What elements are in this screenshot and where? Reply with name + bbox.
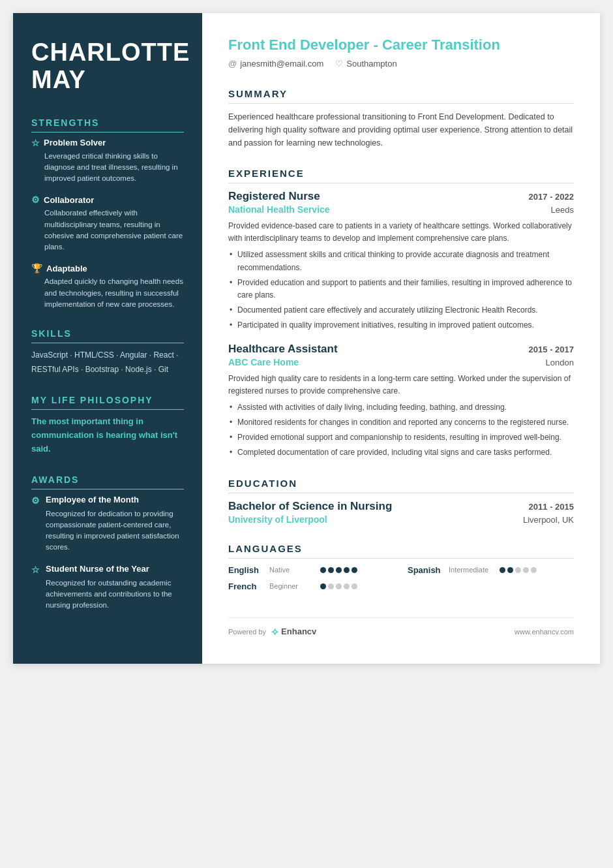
star-icon: ☆ [31,138,40,148]
job-1-org: National Health Service [228,204,330,215]
strength-3-desc: Adapted quickly to changing health needs… [31,276,184,310]
award-2-title: Student Nurse of the Year [46,564,149,574]
lang-english-dots [320,567,357,573]
strength-item-1: ☆ Problem Solver Leveraged critical thin… [31,138,184,185]
job-2-dates: 2015 - 2017 [529,345,574,354]
award-1-title: Employee of the Month [46,495,139,504]
lang-spanish: Spanish Intermediate [408,565,574,575]
candidate-name: CHARLOTTE MAY [31,39,184,94]
award-2-icon: ☆ [31,565,42,575]
brand-logo: ⟡ Enhancv [271,626,316,638]
dot [336,567,342,573]
award-1-desc: Recognized for dedication to providing c… [31,508,184,553]
collaborator-icon: ⚙ [31,194,40,205]
powered-by-text: Powered by [228,628,266,636]
job-1: Registered Nurse 2017 - 2022 National He… [228,190,574,332]
bullet-item: Provided emotional support and companion… [228,431,574,444]
footer-left: Powered by ⟡ Enhancv [228,626,316,638]
location-icon: ♡ [335,59,343,69]
skills-text: JavaScript · HTML/CSS · Angular · React … [31,349,184,377]
lang-spanish-name: Spanish [408,565,443,575]
lang-french-name: French [228,581,264,591]
education-section: EDUCATION Bachelor of Science in Nursing… [228,478,574,525]
languages-grid: English Native Spanish Intermediate [228,565,574,591]
strength-1-desc: Leveraged critical thinking skills to di… [31,151,184,185]
edu-1-org: University of Liverpool [228,514,327,525]
bullet-item: Utilized assessment skills and critical … [228,249,574,273]
email-contact: @ janesmith@email.com [228,59,323,69]
email-value: janesmith@email.com [240,59,323,69]
job-2-desc: Provided high quality care to residents … [228,373,574,397]
languages-section: LANGUAGES English Native Spanis [228,543,574,591]
summary-section: SUMMARY Experienced healthcare professio… [228,88,574,149]
lang-french-level: Beginner [269,582,315,590]
philosophy-section: MY LIFE PHILOSOPHY The most important th… [31,395,184,456]
award-item-1: ⚙ Employee of the Month Recognized for d… [31,495,184,553]
skills-title: SKILLS [31,328,184,343]
award-2-desc: Recognized for outstanding academic achi… [31,578,184,612]
strength-item-3: 🏆 Adaptable Adapted quickly to changing … [31,263,184,310]
lang-english-name: English [228,565,264,575]
dot [351,583,357,589]
languages-title: LANGUAGES [228,543,574,559]
dot [531,567,537,573]
main-title: Front End Developer - Career Transition [228,37,574,54]
footer-website: www.enhancv.com [515,628,574,636]
sidebar: CHARLOTTE MAY STRENGTHS ☆ Problem Solver… [13,13,202,664]
job-2-org: ABC Care Home [228,357,299,367]
bullet-item: Assisted with activities of daily living… [228,401,574,414]
dot [336,583,342,589]
education-title: EDUCATION [228,478,574,493]
experience-title: EXPERIENCE [228,168,574,183]
lang-english: English Native [228,565,395,575]
experience-section: EXPERIENCE Registered Nurse 2017 - 2022 … [228,168,574,459]
dot [507,567,513,573]
bullet-item: Provided education and support to patien… [228,277,574,302]
edu-1-dates: 2011 - 2015 [529,502,574,512]
dot [351,567,357,573]
dot [500,567,505,573]
resume-container: CHARLOTTE MAY STRENGTHS ☆ Problem Solver… [13,13,600,664]
job-1-dates: 2017 - 2022 [529,192,574,202]
lang-french: French Beginner [228,581,395,591]
bullet-item: Monitored residents for changes in condi… [228,416,574,429]
summary-title: SUMMARY [228,88,574,104]
email-icon: @ [228,59,237,69]
job-2-location: London [546,358,574,367]
edu-1-degree: Bachelor of Science in Nursing [228,500,392,513]
trophy-icon: 🏆 [31,263,42,273]
strength-item-2: ⚙ Collaborator Collaborated effectively … [31,194,184,253]
strength-3-title: Adaptable [46,264,87,273]
location-contact: ♡ Southampton [335,59,396,69]
lang-spanish-dots [500,567,537,573]
dot [328,567,334,573]
job-2: Healthcare Assistant 2015 - 2017 ABC Car… [228,343,574,459]
dot [328,583,334,589]
awards-title: AWARDS [31,474,184,489]
edu-1: Bachelor of Science in Nursing 2011 - 20… [228,500,574,525]
lang-french-dots [320,583,357,589]
dot [344,583,350,589]
enhancv-icon: ⟡ [271,626,278,638]
dot [344,567,350,573]
philosophy-title: MY LIFE PHILOSOPHY [31,395,184,410]
award-1-icon: ⚙ [31,495,42,506]
strengths-section: STRENGTHS ☆ Problem Solver Leveraged cri… [31,117,184,311]
job-1-title: Registered Nurse [228,190,320,203]
job-2-title: Healthcare Assistant [228,343,338,356]
strengths-title: STRENGTHS [31,117,184,132]
skills-section: SKILLS JavaScript · HTML/CSS · Angular ·… [31,328,184,377]
dot [320,567,326,573]
job-1-desc: Provided evidence-based care to patients… [228,220,574,245]
footer: Powered by ⟡ Enhancv www.enhancv.com [228,617,574,638]
dot [523,567,529,573]
strength-1-title: Problem Solver [44,138,106,147]
summary-text: Experienced healthcare professional tran… [228,110,574,149]
main-contact: @ janesmith@email.com ♡ Southampton [228,59,574,69]
dot [320,583,326,589]
lang-spanish-level: Intermediate [449,566,494,574]
strength-2-title: Collaborator [44,195,94,205]
strength-2-desc: Collaborated effectively with multidisci… [31,208,184,253]
bullet-item: Documented patient care effectively and … [228,304,574,317]
dot [515,567,521,573]
